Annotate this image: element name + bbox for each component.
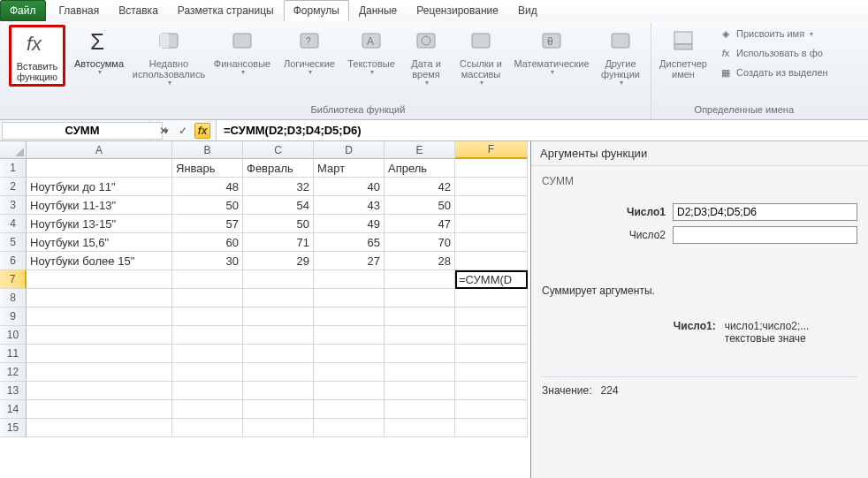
row-header[interactable]: 3 — [0, 196, 27, 215]
cell[interactable] — [27, 345, 172, 363]
tab-insert[interactable]: Вставка — [109, 0, 168, 21]
cell[interactable]: 50 — [385, 196, 455, 215]
cell[interactable] — [243, 307, 314, 326]
cell[interactable] — [455, 345, 528, 363]
cell[interactable] — [455, 307, 528, 326]
cell[interactable] — [314, 419, 385, 437]
cell[interactable] — [172, 419, 243, 437]
use-in-formula-button[interactable]: fx Использовать в фо — [715, 44, 832, 62]
name-box-input[interactable] — [2, 122, 163, 140]
cell[interactable]: Февраль — [243, 159, 314, 178]
arg1-input[interactable] — [673, 203, 857, 221]
cell[interactable]: Январь — [172, 159, 243, 178]
other-fn-button[interactable]: Другие функции ▾ — [596, 25, 645, 89]
cell[interactable] — [243, 363, 314, 382]
tab-data[interactable]: Данные — [349, 0, 407, 21]
cell[interactable] — [314, 345, 385, 363]
cell[interactable]: Апрель — [385, 159, 455, 178]
row-header[interactable]: 7 — [0, 270, 27, 289]
financial-button[interactable]: Финансовые ▾ — [210, 25, 274, 79]
cell[interactable]: 65 — [314, 233, 385, 252]
cell[interactable] — [243, 400, 314, 419]
active-cell[interactable]: =СУММ(D — [455, 270, 528, 289]
row-header[interactable]: 9 — [0, 307, 27, 326]
cell[interactable]: 49 — [314, 215, 385, 233]
col-header[interactable]: A — [27, 141, 172, 159]
cell[interactable]: 29 — [243, 252, 314, 270]
cell[interactable] — [455, 289, 528, 307]
cell[interactable] — [385, 289, 455, 307]
cell[interactable] — [243, 270, 314, 289]
select-all-corner[interactable] — [0, 141, 27, 159]
row-header[interactable]: 13 — [0, 382, 27, 400]
cell[interactable] — [455, 178, 528, 196]
tab-page-layout[interactable]: Разметка страницы — [168, 0, 284, 21]
cell[interactable] — [314, 382, 385, 400]
cell[interactable] — [385, 363, 455, 382]
row-header[interactable]: 5 — [0, 233, 27, 252]
cell[interactable] — [385, 419, 455, 437]
cell[interactable]: 32 — [243, 178, 314, 196]
cell[interactable] — [455, 159, 528, 178]
row-header[interactable]: 10 — [0, 326, 27, 345]
cell[interactable]: 47 — [385, 215, 455, 233]
row-header[interactable]: 6 — [0, 252, 27, 270]
cell[interactable]: Ноутбуки более 15" — [27, 252, 172, 270]
logical-button[interactable]: ? Логические ▾ — [279, 25, 339, 79]
col-header[interactable]: C — [243, 141, 314, 159]
cell[interactable] — [27, 419, 172, 437]
cell[interactable] — [172, 307, 243, 326]
cell[interactable]: 43 — [314, 196, 385, 215]
cell[interactable] — [172, 363, 243, 382]
lookup-button[interactable]: Ссылки и массивы ▾ — [454, 25, 507, 89]
row-header[interactable]: 12 — [0, 363, 27, 382]
cell[interactable]: Март — [314, 159, 385, 178]
cell[interactable] — [314, 326, 385, 345]
cell[interactable]: 30 — [172, 252, 243, 270]
tab-view[interactable]: Вид — [508, 0, 547, 21]
create-from-selection-button[interactable]: ▦ Создать из выделен — [715, 64, 832, 81]
cell[interactable]: 71 — [243, 233, 314, 252]
cell[interactable]: 28 — [385, 252, 455, 270]
cell[interactable] — [385, 307, 455, 326]
cell[interactable] — [455, 252, 528, 270]
row-header[interactable]: 8 — [0, 289, 27, 307]
text-button[interactable]: A Текстовые ▾ — [345, 25, 398, 79]
assign-name-button[interactable]: ◈ Присвоить имя ▾ — [715, 25, 832, 42]
autosum-button[interactable]: Σ Автосумма ▾ — [71, 25, 127, 79]
confirm-edit-button[interactable]: ✓ — [175, 123, 191, 139]
cell[interactable] — [385, 345, 455, 363]
col-header[interactable]: D — [314, 141, 385, 159]
cell[interactable]: 42 — [385, 178, 455, 196]
cell[interactable]: Ноутбуки до 11" — [27, 178, 172, 196]
cell[interactable]: Ноутбуки 13-15" — [27, 215, 172, 233]
cell[interactable] — [455, 215, 528, 233]
cell[interactable] — [172, 270, 243, 289]
row-header[interactable]: 1 — [0, 159, 27, 178]
cell[interactable]: 40 — [314, 178, 385, 196]
cell[interactable] — [27, 270, 172, 289]
cell[interactable] — [27, 307, 172, 326]
cell[interactable] — [455, 382, 528, 400]
cell[interactable] — [243, 326, 314, 345]
row-header[interactable]: 2 — [0, 178, 27, 196]
cell[interactable]: Ноутбуки 11-13" — [27, 196, 172, 215]
col-header[interactable]: B — [172, 141, 243, 159]
datetime-button[interactable]: Дата и время ▾ — [403, 25, 449, 89]
cell[interactable] — [455, 419, 528, 437]
cell[interactable] — [243, 345, 314, 363]
cell[interactable]: 57 — [172, 215, 243, 233]
tab-review[interactable]: Рецензирование — [407, 0, 508, 21]
cell[interactable] — [27, 326, 172, 345]
cell[interactable] — [27, 382, 172, 400]
cell[interactable] — [385, 382, 455, 400]
cell[interactable] — [172, 289, 243, 307]
recent-button[interactable]: Недавно использовались ▾ — [133, 25, 205, 89]
cell[interactable] — [243, 419, 314, 437]
cell[interactable] — [385, 400, 455, 419]
row-header[interactable]: 14 — [0, 400, 27, 419]
cell[interactable] — [314, 270, 385, 289]
cell[interactable]: 70 — [385, 233, 455, 252]
col-header[interactable]: F — [455, 141, 528, 159]
cell[interactable] — [27, 363, 172, 382]
